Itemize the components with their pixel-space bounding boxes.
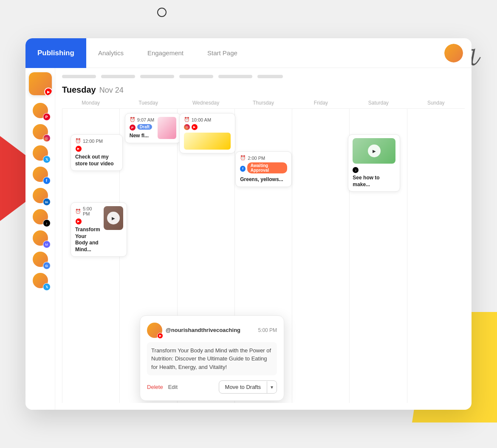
card-wed-thumb [184,133,231,150]
pinterest-icon: P [45,115,48,119]
sidebar: ▶ P ◎ 𝕏 [25,68,55,410]
mastodon-icon: M [45,243,48,247]
top-nav: Publishing Analytics Engagement Start Pa… [25,38,472,68]
sidebar-item-tiktok[interactable]: ♪ [31,207,50,226]
clock-icon-mon-5: ⏰ [75,209,81,214]
filter-pill-3[interactable] [140,75,174,78]
card-thu-fb-icon: f [240,166,246,172]
day-label-sunday: Sunday [407,100,465,106]
card-monday-5pm-yt-icon: ▶ [75,218,82,225]
tiktok-badge: ♪ [43,219,51,227]
card-saturday[interactable]: ▶ ♪ See how to make... [348,134,400,192]
sidebar-item-twitter[interactable]: 𝕏 [31,144,50,162]
card-tuesday-907am[interactable]: ⏰ 9:07 AM P Draft New fl... [125,113,181,143]
filter-pill-1[interactable] [62,75,96,78]
twitter-badge: 𝕏 [43,156,51,163]
card-tuesday-907am-time: ⏰ 9:07 AM [130,117,155,122]
move-to-drafts-main[interactable]: Move to Drafts [219,381,267,393]
sidebar-item-pinterest[interactable]: P [31,101,50,120]
twitter2-badge: 𝕏 [43,283,51,291]
youtube-icon: ▶ [47,90,50,94]
instagram-icon: ◎ [45,136,48,140]
card-tuesday-907am-title: New fl... [130,133,155,139]
tiktok-icon: ♪ [46,221,48,225]
sidebar-item-twitter2[interactable]: 𝕏 [31,271,50,290]
popup-youtube-badge: ▶ [157,333,163,339]
gbusiness-badge: G [43,262,51,269]
gbusiness-icon: G [45,264,48,268]
post-detail-popup: ▶ @nourishandthrivecoaching 5:00 PM Tran… [140,315,284,401]
card-monday-12pm-yt-icon: ▶ [75,145,82,152]
play-icon-saturday: ▶ [368,145,381,157]
move-to-drafts-caret[interactable]: ▾ [267,381,277,393]
sidebar-item-mastodon[interactable]: M [31,229,50,247]
card-monday-5pm-time: ⏰ 5:00 PM [75,206,100,216]
card-monday-12pm-title: Check out my store tour video [75,154,118,167]
card-monday-5pm-title: Transform Your Body and Mind... [75,227,100,253]
filter-pill-6[interactable] [257,75,283,78]
clock-icon-thu-2: ⏰ [240,155,246,161]
card-wed-ig-icon: ◎ [184,124,190,130]
edit-button[interactable]: Edit [168,384,178,390]
user-avatar-nav[interactable] [444,44,463,62]
engagement-tab[interactable]: Engagement [136,38,195,68]
cal-col-sunday [407,109,465,403]
card-tuesday-907am-draft-badge: Draft [137,124,152,130]
main-profile-avatar[interactable]: ▶ [29,72,52,95]
day-label-saturday: Saturday [350,100,407,106]
pinterest-badge: P [43,113,51,121]
calendar-body: ⏰ 12:00 PM ▶ Check out my store tour vid… [62,109,465,403]
publishing-tab[interactable]: Publishing [25,38,86,68]
day-label-monday: Monday [62,100,119,106]
instagram-badge: ◎ [43,134,51,142]
card-monday-5pm-thumb: ▶ [104,206,123,230]
twitter2-icon: 𝕏 [45,285,48,289]
day-label-friday: Friday [292,100,350,106]
card-saturday-thumb: ▶ [353,138,395,164]
card-thursday-2pm-time: ⏰ 2:00 PM [240,155,287,161]
card-thursday-2pm-subtitle: Greens, yellows... [240,176,287,183]
mastodon-badge: M [43,241,51,248]
facebook-icon: f [46,179,47,183]
avatar-image-nav [444,44,463,62]
date-header: TuesdayNov 24 [62,85,465,95]
main-content: ▶ P ◎ 𝕏 [25,68,472,410]
day-label-tuesday: Tuesday [119,100,177,106]
sidebar-item-linkedin[interactable]: in [31,186,50,205]
decorative-circle-top [157,8,167,17]
main-avatar-youtube-badge: ▶ [44,88,52,95]
move-to-drafts-button[interactable]: Move to Drafts ▾ [219,380,277,394]
current-date: Nov 24 [99,86,124,94]
analytics-tab[interactable]: Analytics [86,38,136,68]
facebook-badge: f [43,177,51,184]
card-monday-12pm-time: ⏰ 12:00 PM [75,138,118,144]
card-thursday-2pm-awaiting-badge: Awaiting Approval [247,162,287,173]
filter-bar [62,75,465,78]
popup-username: @nourishandthrivecoaching [166,327,240,333]
current-day: Tuesday [62,85,96,94]
delete-button[interactable]: Delete [147,384,163,390]
clock-icon-wed-10: ⏰ [184,117,190,122]
card-tuesday-907am-thumb [158,117,176,139]
popup-header: ▶ @nourishandthrivecoaching 5:00 PM [147,323,277,338]
popup-actions: Delete Edit Move to Drafts ▾ [147,380,277,394]
card-thursday-2pm[interactable]: ⏰ 2:00 PM f Awaiting Approval Greens, ye… [235,151,292,187]
popup-time: 5:00 PM [258,327,277,333]
linkedin-badge: in [43,198,51,206]
sidebar-item-instagram[interactable]: ◎ [31,122,50,141]
card-monday-5pm[interactable]: ⏰ 5:00 PM ▶ Transform Your Body and Mind… [71,202,127,257]
linkedin-icon: in [45,200,48,204]
start-page-tab[interactable]: Start Page [195,38,249,68]
card-monday-12pm[interactable]: ⏰ 12:00 PM ▶ Check out my store tour vid… [71,134,123,171]
card-saturday-title: See how to make... [353,175,395,188]
sidebar-item-facebook[interactable]: f [31,165,50,184]
sidebar-item-gbusiness[interactable]: G [31,250,50,269]
popup-body-text: Transform Your Body and Mind with the Po… [147,342,277,376]
card-wed-yt-icon: ▶ [192,124,198,130]
card-wednesday-10am[interactable]: ⏰ 10:00 AM ◎ ▶ [179,113,236,153]
filter-pill-2[interactable] [101,75,135,78]
filter-pill-4[interactable] [179,75,213,78]
card-sat-tiktok-icon: ♪ [353,167,359,173]
filter-pill-5[interactable] [218,75,252,78]
clock-icon-mon-12: ⏰ [75,138,81,144]
